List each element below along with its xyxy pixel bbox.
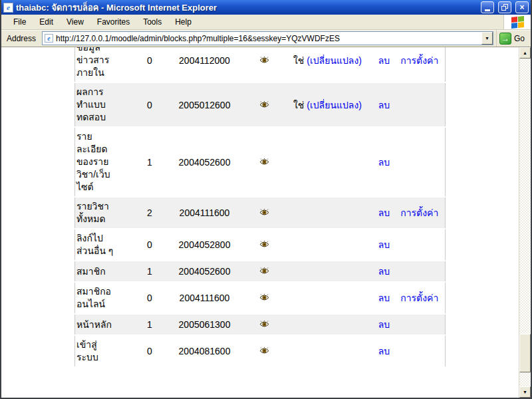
throbber-panel [503, 15, 531, 29]
block-instance-count: 0 [138, 229, 162, 261]
scrollbar-thumb[interactable] [519, 334, 531, 372]
windows-logo-icon [511, 16, 524, 29]
table-row: หน้าหลัก 1 2005061300 ลบ [75, 314, 446, 335]
block-name: เข้าสู่ ระบบ [75, 335, 138, 367]
scroll-up-button[interactable]: ▲ [519, 47, 531, 59]
eye-icon[interactable] [259, 267, 269, 275]
restore-button[interactable] [498, 1, 511, 13]
eye-icon[interactable] [259, 241, 269, 248]
go-label: Go [514, 34, 525, 43]
multiple-flag-text: ใช่ [293, 55, 304, 66]
block-instance-count: 1 [138, 314, 162, 335]
menu-items: File Edit View Favorites Tools Help [1, 15, 503, 29]
delete-link[interactable]: ลบ [378, 207, 390, 218]
block-version: 2004112000 [162, 47, 248, 82]
address-bar: Address e http://127.0.0.1/moodle/admin/… [1, 30, 531, 47]
settings-link[interactable]: การตั้งค่า [400, 207, 438, 218]
table-row: เข้าสู่ ระบบ 0 2004081600 ลบ [75, 335, 446, 367]
address-dropdown-button[interactable]: ▼ [481, 32, 493, 45]
eye-icon[interactable] [259, 158, 269, 166]
settings-link[interactable]: การตั้งค่า [400, 293, 438, 303]
window-title: thaiabc: จัดการบล็อค - Microsoft Interne… [16, 1, 477, 15]
block-name: สมาชิก [75, 261, 138, 282]
delete-link[interactable]: ลบ [378, 157, 390, 168]
multiple-change-link[interactable]: (เปลี่ยนแปลง) [307, 55, 362, 66]
blocks-page: ข้อมูล ข่าวสาร ภายใน 0 2004112000 ใช่ (เ… [74, 47, 445, 368]
table-row: ราย ละเอียด ของราย วิชา/เว็บ ไซต์ 1 2004… [75, 127, 446, 197]
menu-item[interactable]: Tools [136, 15, 168, 29]
delete-link[interactable]: ลบ [378, 293, 390, 303]
page-content: ข้อมูล ข่าวสาร ภายใน 0 2004112000 ใช่ (เ… [1, 47, 531, 398]
table-row: สมาชิกอ อนไลน์ 0 2004111600 ลบ การตั้งค่… [75, 282, 446, 314]
menu-item[interactable]: Edit [33, 15, 60, 29]
eye-icon[interactable] [259, 57, 269, 64]
ie-icon: e [45, 34, 53, 43]
eye-icon[interactable] [259, 294, 269, 301]
minimize-button[interactable] [481, 1, 494, 13]
scroll-down-button[interactable]: ▼ [519, 386, 531, 398]
eye-icon[interactable] [259, 321, 269, 328]
block-version: 2004052600 [162, 261, 248, 282]
block-version: 2004052600 [162, 127, 248, 197]
block-name: ข้อมูล ข่าวสาร ภายใน [75, 47, 138, 82]
block-instance-count: 2 [138, 197, 162, 229]
delete-link[interactable]: ลบ [378, 55, 390, 66]
minimize-icon [485, 9, 490, 11]
table-row: สมาชิก 1 2004052600 ลบ [75, 261, 446, 282]
eye-icon[interactable] [259, 101, 269, 108]
block-version: 2005061300 [162, 314, 248, 335]
block-name: ผลการ ทำแบบ ทดสอบ [75, 82, 138, 127]
delete-link[interactable]: ลบ [378, 319, 390, 330]
menu-item[interactable]: View [60, 15, 90, 29]
table-row: ผลการ ทำแบบ ทดสอบ 0 2005012600 ใช่ (เปลี… [75, 82, 446, 127]
delete-link[interactable]: ลบ [378, 266, 390, 277]
address-label: Address [3, 34, 39, 43]
block-name: รายวิชา ทั้งหมด [75, 197, 138, 229]
menu-item[interactable]: Help [168, 15, 198, 29]
browser-window: e thaiabc: จัดการบล็อค - Microsoft Inter… [0, 0, 532, 399]
menu-bar: File Edit View Favorites Tools Help [1, 15, 531, 30]
table-row: ข้อมูล ข่าวสาร ภายใน 0 2004112000 ใช่ (เ… [75, 47, 446, 82]
eye-icon[interactable] [259, 347, 269, 354]
address-url: http://127.0.0.1/moodle/admin/blocks.php… [56, 34, 479, 43]
close-button[interactable]: × [515, 1, 529, 13]
table-row: รายวิชา ทั้งหมด 2 2004111600 ลบ การตั้งค… [75, 197, 446, 229]
menu-item[interactable]: Favorites [90, 15, 136, 29]
settings-link[interactable]: การตั้งค่า [400, 55, 438, 66]
table-row: ลิงก์ไป ส่วนอื่น ๆ 0 2004052800 ลบ [75, 229, 446, 261]
blocks-table: ข้อมูล ข่าวสาร ภายใน 0 2004112000 ใช่ (เ… [74, 47, 446, 368]
go-arrow-icon: → [499, 33, 511, 45]
block-instance-count: 0 [138, 82, 162, 127]
blocks-table-body: ข้อมูล ข่าวสาร ภายใน 0 2004112000 ใช่ (เ… [75, 47, 446, 367]
block-name: หน้าหลัก [75, 314, 138, 335]
eye-icon[interactable] [259, 209, 269, 216]
block-name: ลิงก์ไป ส่วนอื่น ๆ [75, 229, 138, 261]
title-bar: e thaiabc: จัดการบล็อค - Microsoft Inter… [1, 0, 531, 15]
block-instance-count: 0 [138, 335, 162, 367]
block-version: 2004081600 [162, 335, 248, 367]
block-version: 2004111600 [162, 197, 248, 229]
restore-icon [501, 4, 508, 11]
address-input[interactable]: e http://127.0.0.1/moodle/admin/blocks.p… [42, 31, 493, 45]
delete-link[interactable]: ลบ [378, 346, 390, 356]
block-instance-count: 1 [138, 261, 162, 282]
block-instance-count: 0 [138, 47, 162, 82]
block-version: 2004052800 [162, 229, 248, 261]
multiple-change-link[interactable]: (เปลี่ยนแปลง) [307, 100, 362, 110]
vertical-scrollbar[interactable]: ▲ ▼ [519, 47, 531, 398]
block-version: 2004111600 [162, 282, 248, 314]
ie-page-icon: e [3, 3, 13, 13]
delete-link[interactable]: ลบ [378, 239, 390, 250]
block-version: 2005012600 [162, 82, 248, 127]
block-name: สมาชิกอ อนไลน์ [75, 282, 138, 314]
block-name: ราย ละเอียด ของราย วิชา/เว็บ ไซต์ [75, 127, 138, 197]
block-instance-count: 0 [138, 282, 162, 314]
block-instance-count: 1 [138, 127, 162, 197]
menu-item[interactable]: File [7, 15, 33, 29]
go-button[interactable]: → Go [496, 30, 529, 47]
delete-link[interactable]: ลบ [378, 100, 390, 110]
multiple-flag-text: ใช่ [293, 100, 304, 110]
